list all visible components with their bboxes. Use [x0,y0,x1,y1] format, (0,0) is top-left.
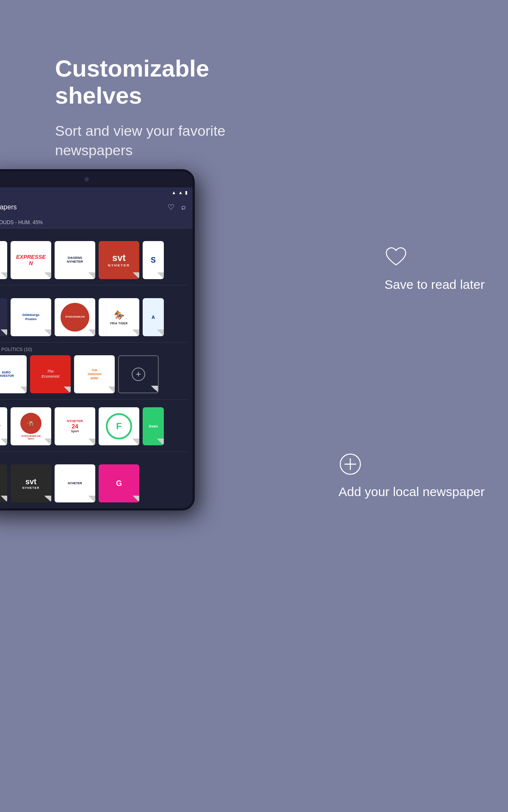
list-item[interactable]: svt NYHETER [99,241,139,279]
content-area: 0) ET EXPRESSEN DAGENSNY [0,228,193,508]
status-icons: ▲ ▲ ▮ [171,190,188,195]
wifi-icon: ▲ [171,190,176,195]
list-item[interactable]: svt [0,464,7,502]
list-item[interactable]: S [143,241,164,279]
add-newspaper-button[interactable]: + [118,355,159,393]
favorite-icon[interactable]: ♡ [168,203,174,212]
list-item[interactable]: TheEconomist [30,355,71,393]
list-item[interactable]: 🏇 SYDSVENSKAN Sport [11,407,51,445]
app-bar-icons: ♡ ⌕ [168,203,186,212]
section-4: 🏇 Sport 🏇 SYDSVENSKAN Sport [0,400,193,451]
list-item[interactable]: F [99,407,139,445]
heart-icon [384,245,408,269]
save-label: Save to read later [384,276,485,293]
list-item[interactable]: EXPRESSEN [11,241,51,279]
tablet-top-bar [0,171,193,187]
list-item[interactable]: A [143,298,164,336]
section-5-header: (7) [0,456,188,461]
section-2-header: (27) [0,290,188,295]
camera-dot [85,177,89,181]
page-title: Customizable shelves [55,55,271,110]
newspaper-row-4: 🏇 Sport 🏇 SYDSVENSKAN Sport [0,407,188,445]
list-item[interactable]: 🏇 Sport [0,407,7,445]
signal-icon: ▲ [178,190,183,195]
plus-circle-icon [339,453,362,476]
list-item[interactable]: ET [0,241,7,279]
app-bar: wspapers ♡ ⌕ [0,198,193,217]
list-item[interactable]: SYDSVENSKAN [55,298,95,336]
list-item[interactable]: 🏇 FRIA TIDER [99,298,139,336]
newspaper-row-5: svt svt NYHETER NYHETER [0,464,188,502]
page-subtitle: Sort and view your favorite newspapers [55,121,271,160]
battery-icon: ▮ [185,190,188,195]
weather-bar: V CLOUDS - HUM. 45% [0,217,193,228]
list-item[interactable]: NYHETER 24 Sport [55,407,95,445]
list-item[interactable]: DAGENSNYHETER [55,241,95,279]
weather-text: V CLOUDS - HUM. 45% [0,219,43,225]
tablet-device: ▲ ▲ ▮ wspapers ♡ ⌕ V CLOUDS - HUM. 45% 0… [0,169,207,510]
list-item[interactable]: svt NYHETER [11,464,51,502]
add-icon: + [132,368,145,381]
section-1-header: 0) [0,233,188,238]
newspaper-row-1: ET EXPRESSEN DAGENSNYHETER [0,241,188,279]
section-3: S AND POLITICS (10) EURO INVESTOR TheEco… [0,343,193,399]
section-3-header: S AND POLITICS (10) [0,347,188,352]
add-feature: Add your local newspaper [339,453,485,501]
search-icon[interactable]: ⌕ [181,203,186,212]
save-feature: Save to read later [384,245,485,293]
section-1: 0) ET EXPRESSEN DAGENSNY [0,228,193,285]
list-item[interactable]: G [99,464,139,502]
list-item[interactable]: NYHETER [55,464,95,502]
newspaper-row-2: dio GöteborgsPosten SYDSVENSKAN [0,298,188,336]
list-item[interactable]: dio [0,298,7,336]
list-item[interactable]: Sven [143,407,164,445]
list-item[interactable]: GöteborgsPosten [11,298,51,336]
section-5: (7) svt svt NYHETER [0,452,193,508]
list-item[interactable]: THESWEDISHWIRE [74,355,115,393]
newspaper-row-3: EURO INVESTOR TheEconomist THESWEDISHWIR [0,355,188,393]
status-bar: ▲ ▲ ▮ [0,187,193,198]
app-title: wspapers [0,203,17,211]
section-2: (27) dio GöteborgsPosten [0,285,193,342]
add-label: Add your local newspaper [339,483,485,501]
list-item[interactable]: EURO INVESTOR [0,355,27,393]
header-section: Customizable shelves Sort and view your … [55,55,271,160]
